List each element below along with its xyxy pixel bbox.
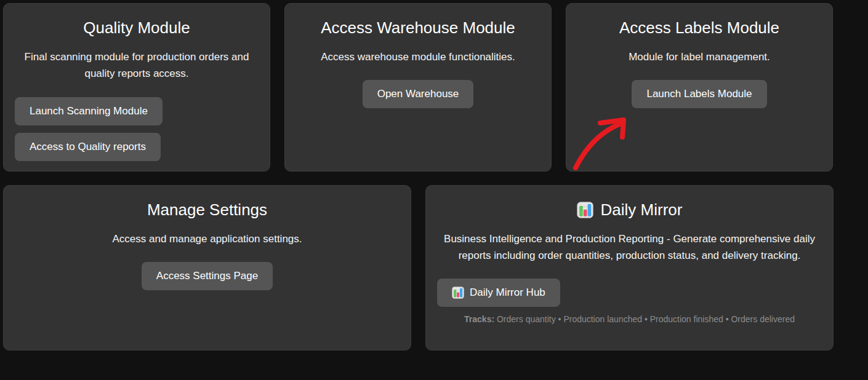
card-daily-mirror: Daily Mirror Business Intelligence and P…: [425, 185, 834, 350]
card-labels-module: Access Labels Module Module for label ma…: [566, 3, 833, 172]
labels-module-title: Access Labels Module: [577, 18, 821, 37]
quality-module-title: Quality Module: [15, 18, 259, 37]
modules-row-top: Quality Module Final scanning module for…: [3, 3, 834, 172]
manage-settings-description: Access and manage application settings.: [15, 231, 400, 247]
access-settings-page-button[interactable]: Access Settings Page: [142, 262, 273, 290]
tracks-label: Tracks:: [464, 314, 494, 324]
modules-row-bottom: Manage Settings Access and manage applic…: [3, 185, 834, 350]
daily-mirror-hub-button[interactable]: Daily Mirror Hub: [437, 279, 560, 307]
bar-chart-icon: [452, 287, 464, 299]
card-quality-module: Quality Module Final scanning module for…: [3, 3, 270, 172]
daily-mirror-tracks: Tracks: Orders quantity • Production lau…: [437, 314, 822, 324]
access-quality-reports-button[interactable]: Access to Quality reports: [15, 133, 161, 161]
daily-mirror-title: Daily Mirror: [601, 200, 683, 219]
card-warehouse-module: Access Warehouse Module Access warehouse…: [284, 3, 552, 172]
daily-mirror-description: Business Intelligence and Production Rep…: [441, 231, 818, 264]
bar-chart-icon: [577, 202, 593, 218]
daily-mirror-hub-button-label: Daily Mirror Hub: [470, 286, 545, 299]
labels-module-description: Module for label management.: [577, 49, 821, 65]
tracks-items: Orders quantity • Production launched • …: [497, 314, 795, 324]
warehouse-module-title: Access Warehouse Module: [296, 18, 540, 37]
launch-labels-module-button[interactable]: Launch Labels Module: [632, 80, 766, 108]
card-manage-settings: Manage Settings Access and manage applic…: [3, 185, 411, 350]
quality-module-buttons: Launch Scanning Module Access to Quality…: [15, 97, 259, 161]
quality-module-description: Final scanning module for production ord…: [15, 49, 259, 82]
modules-dashboard: Quality Module Final scanning module for…: [3, 3, 834, 350]
manage-settings-title: Manage Settings: [15, 200, 400, 219]
launch-scanning-module-button[interactable]: Launch Scanning Module: [15, 97, 163, 125]
warehouse-module-description: Access warehouse module functionalities.: [296, 49, 540, 65]
open-warehouse-button[interactable]: Open Warehouse: [363, 80, 474, 108]
